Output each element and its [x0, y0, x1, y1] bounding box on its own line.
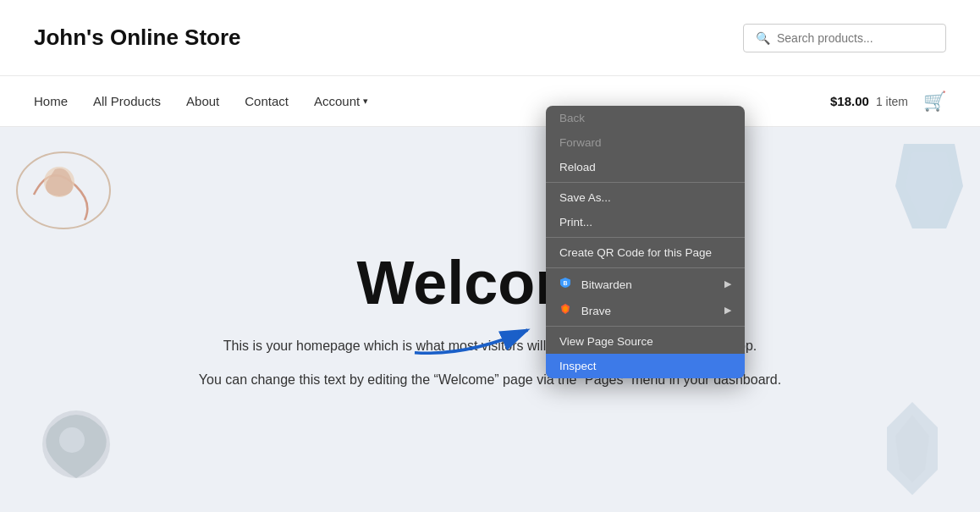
- context-menu-print[interactable]: Print...: [546, 210, 745, 234]
- menu-separator-1: [546, 182, 745, 183]
- bitwarden-icon: B: [559, 277, 571, 289]
- cart-count: 1 item: [876, 95, 908, 108]
- context-menu-save-as[interactable]: Save As...: [546, 185, 745, 210]
- brave-submenu-arrow: ▶: [724, 305, 731, 316]
- nav-item-contact[interactable]: Contact: [245, 94, 289, 108]
- cart-icon[interactable]: 🛒: [923, 91, 946, 113]
- nav-item-about[interactable]: About: [186, 94, 219, 108]
- menu-separator-3: [546, 267, 745, 268]
- menu-separator-2: [546, 237, 745, 238]
- navigation: Home All Products About Contact Account …: [0, 76, 980, 127]
- deco-top-right: [887, 135, 972, 237]
- brave-icon: [559, 303, 571, 315]
- nav-item-account[interactable]: Account ▾: [314, 94, 368, 108]
- search-box[interactable]: 🔍: [743, 24, 946, 52]
- cart-area: $18.00 1 item 🛒: [830, 91, 946, 113]
- context-menu-bitwarden[interactable]: B Bitwarden ▶: [546, 271, 745, 297]
- account-chevron-icon: ▾: [363, 96, 368, 107]
- deco-bottom-right: [870, 394, 955, 504]
- bitwarden-submenu-arrow: ▶: [724, 278, 731, 289]
- deco-bottom-left: [25, 385, 127, 495]
- nav-item-home[interactable]: Home: [34, 94, 68, 108]
- search-input[interactable]: [777, 31, 933, 45]
- site-title: John's Online Store: [34, 25, 241, 51]
- search-icon: 🔍: [756, 31, 770, 45]
- context-menu-brave[interactable]: Brave ▶: [546, 297, 745, 323]
- header: John's Online Store 🔍: [0, 0, 980, 76]
- context-menu-view-source[interactable]: View Page Source: [546, 329, 745, 354]
- context-menu-back[interactable]: Back: [546, 106, 745, 130]
- svg-point-3: [59, 427, 85, 453]
- context-menu-forward[interactable]: Forward: [546, 130, 745, 155]
- context-menu: Back Forward Reload Save As... Print... …: [546, 106, 745, 378]
- nav-item-all-products[interactable]: All Products: [93, 94, 161, 108]
- arrow-pointer: [406, 296, 559, 367]
- svg-text:B: B: [563, 280, 567, 286]
- cart-price: $18.00: [830, 94, 869, 108]
- menu-separator-4: [546, 326, 745, 327]
- context-menu-reload[interactable]: Reload: [546, 155, 745, 179]
- deco-top-left: [8, 135, 118, 245]
- context-menu-qr-code[interactable]: Create QR Code for this Page: [546, 240, 745, 265]
- context-menu-inspect[interactable]: Inspect: [546, 354, 745, 378]
